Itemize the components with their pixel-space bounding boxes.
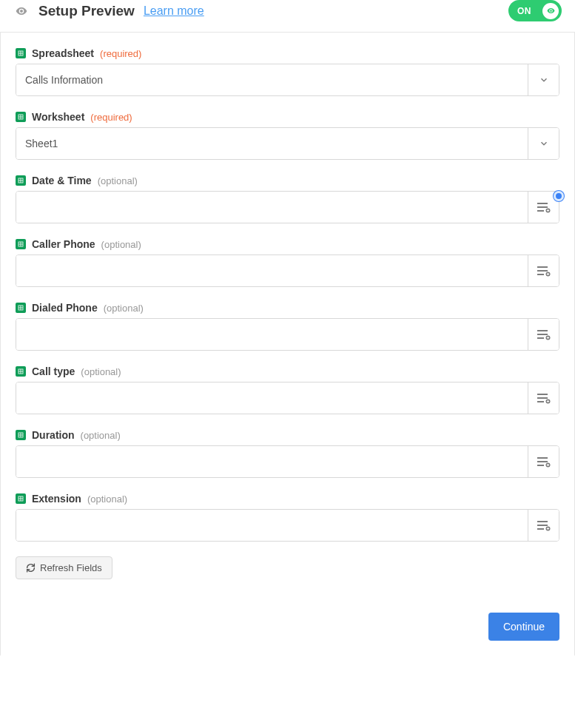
learn-more-link[interactable]: Learn more — [144, 4, 204, 18]
field-worksheet: Worksheet (required) Sheet1 — [16, 111, 559, 160]
field-label-row: Caller Phone (optional) — [16, 238, 559, 250]
header-left: Setup Preview Learn more — [13, 3, 204, 19]
field-caller-phone: Caller Phone (optional) — [16, 238, 559, 287]
worksheet-value: Sheet1 — [16, 128, 528, 159]
extension-input[interactable] — [16, 510, 528, 541]
refresh-label: Refresh Fields — [40, 562, 102, 573]
refresh-icon — [26, 563, 36, 573]
label-required-badge: (required) — [90, 112, 132, 123]
field-extension: Extension (optional) — [16, 493, 559, 542]
dropdown-button[interactable] — [528, 128, 559, 159]
insert-field-button[interactable] — [528, 510, 559, 541]
field-label-row: Call type (optional) — [16, 365, 559, 377]
date-time-input[interactable] — [16, 192, 528, 223]
google-sheets-icon — [16, 366, 26, 377]
insert-list-plus-icon — [537, 328, 551, 340]
attention-pulse-dot — [554, 191, 564, 201]
page-title: Setup Preview — [38, 3, 135, 19]
refresh-fields-button[interactable]: Refresh Fields — [16, 556, 112, 579]
google-sheets-icon — [16, 175, 26, 186]
spreadsheet-value: Calls Information — [16, 64, 528, 95]
insert-field-button[interactable] — [528, 382, 559, 414]
insert-list-plus-icon — [537, 392, 551, 404]
google-sheets-icon — [16, 112, 26, 122]
duration-input[interactable] — [16, 446, 528, 477]
field-duration: Duration (optional) — [16, 429, 559, 478]
insert-field-button[interactable] — [528, 319, 559, 350]
spreadsheet-select[interactable]: Calls Information — [16, 64, 559, 96]
google-sheets-icon — [16, 303, 26, 313]
google-sheets-icon — [16, 493, 26, 504]
call-type-input-row — [16, 382, 559, 414]
field-label-row: Date & Time (optional) — [16, 175, 559, 186]
call-type-input[interactable] — [16, 382, 528, 414]
google-sheets-icon — [16, 48, 26, 58]
setup-header: Setup Preview Learn more ON — [0, 0, 575, 33]
extension-input-row — [16, 509, 559, 542]
field-call-type: Call type (optional) — [16, 365, 559, 414]
label-text: Duration — [32, 429, 75, 441]
label-text: Call type — [32, 365, 75, 377]
label-optional-badge: (optional) — [101, 239, 141, 250]
footer: Continue — [16, 579, 559, 641]
label-required-badge: (required) — [100, 48, 141, 59]
insert-list-plus-icon — [537, 456, 551, 468]
continue-button[interactable]: Continue — [488, 613, 559, 641]
worksheet-select[interactable]: Sheet1 — [16, 127, 559, 160]
field-label-row: Extension (optional) — [16, 493, 559, 505]
preview-toggle[interactable]: ON — [508, 0, 562, 21]
label-optional-badge: (optional) — [87, 493, 127, 505]
chevron-down-icon — [539, 138, 549, 149]
label-optional-badge: (optional) — [81, 430, 121, 441]
label-text: Dialed Phone — [32, 302, 98, 314]
preview-eye-icon — [13, 3, 30, 19]
insert-field-button[interactable] — [528, 446, 559, 477]
form-content: Spreadsheet (required) Calls Information… — [0, 33, 575, 655]
duration-input-row — [16, 445, 559, 478]
caller-phone-input[interactable] — [16, 255, 528, 286]
date-time-input-row — [16, 191, 559, 223]
label-optional-badge: (optional) — [81, 366, 121, 377]
insert-list-plus-icon — [537, 519, 551, 531]
label-text: Spreadsheet — [32, 47, 94, 59]
label-optional-badge: (optional) — [98, 175, 138, 186]
label-text: Caller Phone — [32, 238, 95, 250]
dropdown-button[interactable] — [528, 64, 559, 95]
field-label-row: Spreadsheet (required) — [16, 47, 559, 59]
label-optional-badge: (optional) — [104, 303, 144, 314]
insert-list-plus-icon — [537, 201, 551, 213]
label-text: Worksheet — [32, 111, 84, 123]
field-date-time: Date & Time (optional) — [16, 175, 559, 223]
toggle-label: ON — [517, 6, 531, 16]
label-text: Extension — [32, 493, 81, 505]
caller-phone-input-row — [16, 255, 559, 287]
insert-field-button[interactable] — [528, 255, 559, 286]
insert-list-plus-icon — [537, 265, 551, 277]
field-dialed-phone: Dialed Phone (optional) — [16, 302, 559, 351]
google-sheets-icon — [16, 239, 26, 249]
dialed-phone-input-row — [16, 318, 559, 351]
field-label-row: Worksheet (required) — [16, 111, 559, 123]
google-sheets-icon — [16, 430, 26, 440]
toggle-knob-eye-icon — [542, 3, 559, 19]
field-spreadsheet: Spreadsheet (required) Calls Information — [16, 47, 559, 96]
label-text: Date & Time — [32, 175, 92, 186]
dialed-phone-input[interactable] — [16, 319, 528, 350]
field-label-row: Dialed Phone (optional) — [16, 302, 559, 314]
chevron-down-icon — [539, 75, 549, 85]
field-label-row: Duration (optional) — [16, 429, 559, 441]
